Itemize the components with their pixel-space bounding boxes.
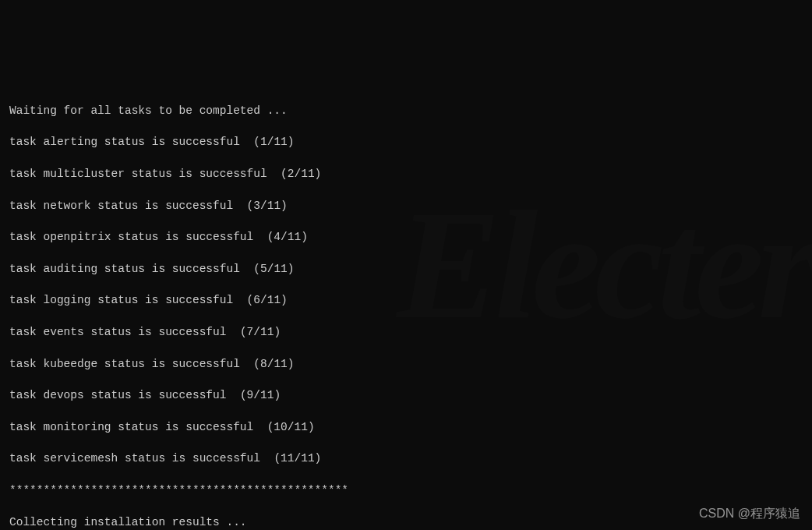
task-name: multicluster [44, 168, 125, 180]
task-name: monitoring [44, 421, 111, 433]
task-line: task openpitrix status is successful (4/… [9, 229, 803, 245]
task-line: task alerting status is successful (1/11… [9, 134, 803, 150]
task-line: task events status is successful (7/11) [9, 324, 803, 340]
task-counter: (7/11) [240, 326, 281, 338]
task-name: logging [44, 294, 91, 306]
task-name: alerting [44, 136, 98, 148]
task-counter: (2/11) [281, 168, 321, 180]
task-line: task multicluster status is successful (… [9, 166, 803, 182]
task-counter: (9/11) [240, 389, 281, 401]
task-line: task logging status is successful (6/11) [9, 292, 803, 308]
task-counter: (4/11) [267, 231, 308, 243]
task-line: task devops status is successful (9/11) [9, 387, 803, 403]
collecting-line: Collecting installation results ... [9, 514, 803, 530]
task-line: task auditing status is successful (5/11… [9, 261, 803, 277]
task-line: task monitoring status is successful (10… [9, 419, 803, 435]
task-line: task servicemesh status is successful (1… [9, 450, 803, 466]
task-counter: (3/11) [247, 200, 288, 212]
task-name: events [44, 326, 84, 338]
task-counter: (8/11) [253, 358, 294, 370]
task-counter: (5/11) [253, 263, 294, 275]
task-name: kubeedge [44, 358, 98, 370]
task-counter: (1/11) [253, 136, 294, 148]
task-counter: (6/11) [247, 294, 288, 306]
waiting-line: Waiting for all tasks to be completed ..… [9, 103, 803, 118]
task-name: network [44, 200, 91, 212]
task-name: auditing [44, 263, 98, 275]
task-line: task kubeedge status is successful (8/11… [9, 356, 803, 372]
star-divider: ****************************************… [9, 482, 803, 498]
task-counter: (11/11) [274, 452, 321, 465]
task-name: openpitrix [44, 231, 111, 243]
task-name: devops [44, 389, 84, 401]
task-counter: (10/11) [267, 421, 315, 433]
task-line: task network status is successful (3/11) [9, 198, 803, 214]
task-name: servicemesh [44, 452, 118, 465]
